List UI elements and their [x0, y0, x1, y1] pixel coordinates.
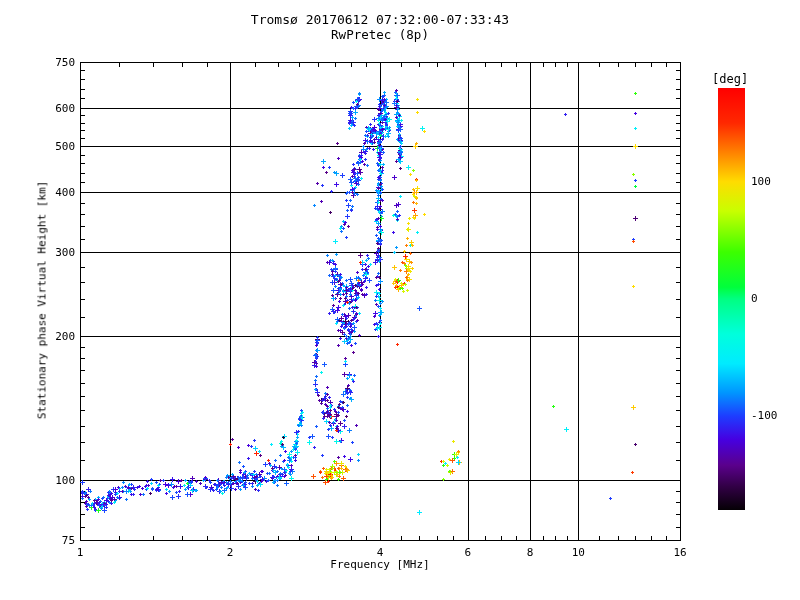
ionogram-screen: Tromsø 20170612 07:32:00-07:33:43 RwPret… — [0, 0, 800, 600]
plot-subtitle: RwPretec (8p) — [80, 27, 680, 42]
colorbar-tick-label: 0 — [751, 292, 758, 305]
y-axis-label: Stationary phase Virtual Height [km] — [36, 181, 49, 419]
colorbar-tick-label: -100 — [751, 409, 778, 422]
ionogram-plot-canvas — [0, 0, 800, 600]
x-axis-label: Frequency [MHz] — [80, 558, 680, 571]
plot-title: Tromsø 20170612 07:32:00-07:33:43 — [80, 12, 680, 27]
colorbar — [718, 88, 745, 510]
colorbar-unit-label: [deg] — [712, 72, 748, 86]
colorbar-tick-label: 100 — [751, 175, 771, 188]
